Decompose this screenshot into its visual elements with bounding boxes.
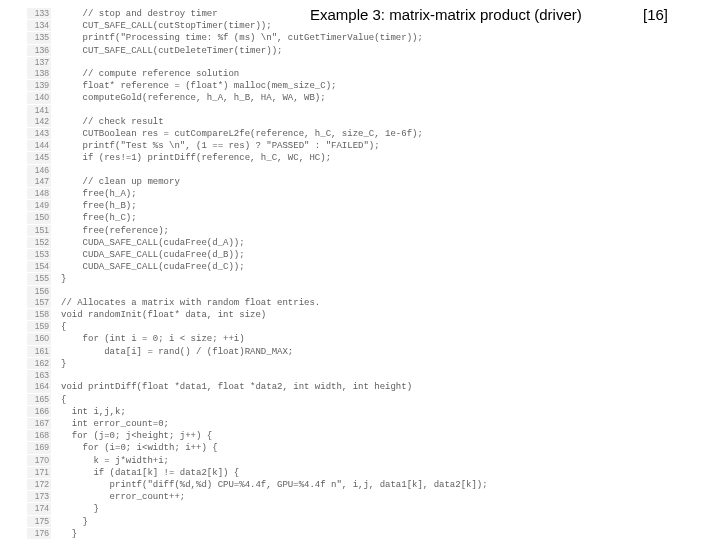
line-number: 161 (27, 346, 51, 357)
code-line: 147 // clean up memory (27, 176, 577, 188)
code-text: float* reference = (float*) malloc(mem_s… (61, 81, 336, 92)
code-text: // check result (61, 117, 164, 128)
code-line: 151 free(reference); (27, 225, 577, 237)
code-text: void randomInit(float* data, int size) (61, 310, 266, 321)
code-line: 142 // check result (27, 116, 577, 128)
line-number: 165 (27, 394, 51, 405)
line-number: 174 (27, 503, 51, 514)
code-text: k = j*width+i; (61, 456, 169, 467)
code-line: 152 CUDA_SAFE_CALL(cudaFree(d_A)); (27, 237, 577, 249)
line-number: 149 (27, 200, 51, 211)
code-line: 150 free(h_C); (27, 212, 577, 224)
line-number: 135 (27, 32, 51, 43)
line-number: 146 (27, 165, 51, 176)
code-line: 159{ (27, 321, 577, 333)
code-text: data[i] = rand() / (float)RAND_MAX; (61, 347, 293, 358)
code-text: printf("diff(%d,%d) CPU=%4.4f, GPU=%4.4f… (61, 480, 488, 491)
line-number: 147 (27, 176, 51, 187)
code-line: 166 int i,j,k; (27, 406, 577, 418)
code-line: 135 printf("Processing time: %f (ms) \n"… (27, 32, 577, 44)
code-text: CUT_SAFE_CALL(cutStopTimer(timer)); (61, 21, 272, 32)
line-number: 159 (27, 321, 51, 332)
code-text: CUDA_SAFE_CALL(cudaFree(d_B)); (61, 250, 245, 261)
code-text: } (61, 504, 99, 515)
code-line: 171 if (data1[k] != data2[k]) { (27, 467, 577, 479)
code-text: free(reference); (61, 226, 169, 237)
line-number: 170 (27, 455, 51, 466)
code-line: 154 CUDA_SAFE_CALL(cudaFree(d_C)); (27, 261, 577, 273)
code-line: 160 for (int i = 0; i < size; ++i) (27, 333, 577, 345)
line-number: 138 (27, 68, 51, 79)
code-text: } (61, 274, 66, 285)
code-line: 146 (27, 165, 577, 176)
code-line: 144 printf("Test %s \n", (1 == res) ? "P… (27, 140, 577, 152)
code-text: int i,j,k; (61, 407, 126, 418)
code-line: 164void printDiff(float *data1, float *d… (27, 381, 577, 393)
code-line: 172 printf("diff(%d,%d) CPU=%4.4f, GPU=%… (27, 479, 577, 491)
line-number: 171 (27, 467, 51, 478)
code-text: } (61, 517, 88, 528)
line-number: 133 (27, 8, 51, 19)
code-text: CUT_SAFE_CALL(cutDeleteTimer(timer)); (61, 46, 282, 57)
line-number: 172 (27, 479, 51, 490)
code-text: CUDA_SAFE_CALL(cudaFree(d_C)); (61, 262, 245, 273)
code-text: if (data1[k] != data2[k]) { (61, 468, 239, 479)
line-number: 167 (27, 418, 51, 429)
code-line: 138 // compute reference solution (27, 68, 577, 80)
line-number: 168 (27, 430, 51, 441)
code-text: free(h_C); (61, 213, 137, 224)
slide-page-number: [16] (643, 6, 668, 23)
code-text: printf("Processing time: %f (ms) \n", cu… (61, 33, 423, 44)
code-text: for (j=0; j<height; j++) { (61, 431, 212, 442)
code-line: 163 (27, 370, 577, 381)
line-number: 148 (27, 188, 51, 199)
line-number: 152 (27, 237, 51, 248)
line-number: 137 (27, 57, 51, 68)
line-number: 162 (27, 358, 51, 369)
code-text: int error_count=0; (61, 419, 169, 430)
code-line: 167 int error_count=0; (27, 418, 577, 430)
code-line: 162} (27, 358, 577, 370)
code-line: 145 if (res!=1) printDiff(reference, h_C… (27, 152, 577, 164)
line-number: 140 (27, 92, 51, 103)
line-number: 150 (27, 212, 51, 223)
line-number: 166 (27, 406, 51, 417)
code-text: void printDiff(float *data1, float *data… (61, 382, 412, 393)
line-number: 136 (27, 45, 51, 56)
code-text: for (i=0; i<width; i++) { (61, 443, 218, 454)
code-line: 176 } (27, 528, 577, 540)
code-text: } (61, 529, 77, 540)
line-number: 173 (27, 491, 51, 502)
code-text: // clean up memory (61, 177, 180, 188)
code-text: { (61, 322, 66, 333)
code-line: 140 computeGold(reference, h_A, h_B, HA,… (27, 92, 577, 104)
code-text: error_count++; (61, 492, 185, 503)
code-line: 157// Allocates a matrix with random flo… (27, 297, 577, 309)
code-text: // compute reference solution (61, 69, 239, 80)
line-number: 175 (27, 516, 51, 527)
code-line: 156 (27, 286, 577, 297)
code-line: 149 free(h_B); (27, 200, 577, 212)
code-line: 139 float* reference = (float*) malloc(m… (27, 80, 577, 92)
code-text: free(h_B); (61, 201, 137, 212)
line-number: 151 (27, 225, 51, 236)
code-line: 153 CUDA_SAFE_CALL(cudaFree(d_B)); (27, 249, 577, 261)
code-line: 175 } (27, 516, 577, 528)
line-number: 145 (27, 152, 51, 163)
line-number: 160 (27, 333, 51, 344)
line-number: 154 (27, 261, 51, 272)
code-line: 169 for (i=0; i<width; i++) { (27, 442, 577, 454)
code-text: } (61, 359, 66, 370)
code-line: 141 (27, 105, 577, 116)
code-text: printf("Test %s \n", (1 == res) ? "PASSE… (61, 141, 380, 152)
line-number: 157 (27, 297, 51, 308)
line-number: 176 (27, 528, 51, 539)
line-number: 156 (27, 286, 51, 297)
code-text: if (res!=1) printDiff(reference, h_C, WC… (61, 153, 331, 164)
code-text: CUDA_SAFE_CALL(cudaFree(d_A)); (61, 238, 245, 249)
code-text: for (int i = 0; i < size; ++i) (61, 334, 245, 345)
line-number: 158 (27, 309, 51, 320)
code-text: // Allocates a matrix with random float … (61, 298, 320, 309)
code-line: 143 CUTBoolean res = cutCompareL2fe(refe… (27, 128, 577, 140)
code-line: 170 k = j*width+i; (27, 455, 577, 467)
